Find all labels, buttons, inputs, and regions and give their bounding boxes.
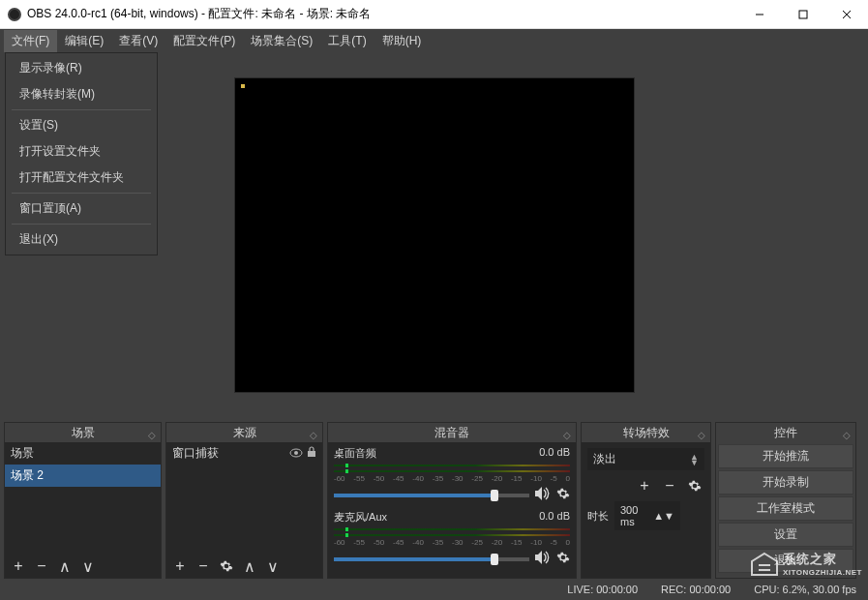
meter-ticks: -60-55-50-45-40-35-30-25-20-15-10-50 [334,474,570,483]
preview-canvas[interactable] [234,77,635,393]
menu-file[interactable]: 文件(F) [4,30,57,52]
maximize-button[interactable] [781,0,824,29]
mixer-channel-mic: 麦克风/Aux 0.0 dB -60-55-50-45-40-35-30-25-… [334,510,570,568]
app-icon [8,8,21,21]
sources-header: 来源 ◇ [166,423,322,442]
transitions-dock: 转场特效 ◇ 淡出 ▲▼ + − 时长 300 ms ▲▼ [581,422,711,579]
controls-header: 控件 ◇ [716,423,855,442]
settings-button[interactable]: 设置 [718,523,853,547]
add-source-button[interactable]: + [170,556,190,576]
menu-always-on-top[interactable]: 窗口置顶(A) [6,195,157,222]
menu-open-profile-folder[interactable]: 打开配置文件文件夹 [6,165,157,191]
mixer-channel-desktop: 桌面音频 0.0 dB -60-55-50-45-40-35-30-25-20-… [334,446,570,504]
scene-item[interactable]: 场景 [5,442,161,465]
menu-tools[interactable]: 工具(T) [320,30,374,52]
transition-settings-button[interactable] [685,476,704,495]
svg-marker-8 [535,551,542,564]
channel-settings-button[interactable] [556,551,570,568]
audio-meter [334,528,570,530]
controls-title: 控件 [774,426,797,439]
preview-cursor-icon [241,84,245,88]
move-source-up-button[interactable]: ∧ [240,556,259,576]
transition-selected: 淡出 [593,451,616,467]
popout-icon[interactable]: ◇ [146,426,158,437]
controls-dock: 控件 ◇ 开始推流 开始录制 工作室模式 设置 退出 [715,422,856,579]
menu-edit[interactable]: 编辑(E) [57,30,111,52]
audio-meter [334,470,570,472]
duration-spinbox[interactable]: 300 ms ▲▼ [614,501,680,530]
start-recording-button[interactable]: 开始录制 [718,470,853,495]
menu-scene-collection[interactable]: 场景集合(S) [243,30,320,52]
move-source-down-button[interactable]: ∨ [263,556,283,576]
popout-icon[interactable]: ◇ [561,426,573,437]
popout-icon[interactable]: ◇ [841,426,853,437]
svg-marker-7 [535,487,542,500]
window-title: OBS 24.0.0-rc1 (64-bit, windows) - 配置文件:… [27,6,737,22]
statusbar: LIVE: 00:00:00 REC: 00:00:00 CPU: 6.2%, … [0,579,868,600]
minimize-button[interactable] [737,0,781,29]
mixer-channel-db: 0.0 dB [539,446,570,461]
lock-icon[interactable] [307,446,316,461]
volume-slider[interactable] [334,494,529,497]
menubar: 文件(F) 编辑(E) 查看(V) 配置文件(P) 场景集合(S) 工具(T) … [0,29,868,52]
svg-rect-1 [799,11,807,18]
remove-source-button[interactable]: − [194,556,213,576]
scenes-dock: 场景 ◇ 场景 场景 2 + − ∧ ∨ [4,422,162,579]
close-button[interactable] [824,0,868,29]
menu-show-recordings[interactable]: 显示录像(R) [6,55,157,81]
source-label: 窗口捕获 [172,445,285,462]
transitions-header: 转场特效 ◇ [582,423,710,442]
source-settings-button[interactable] [217,556,236,576]
mixer-header: 混音器 ◇ [328,423,576,442]
svg-point-5 [294,451,298,455]
chevron-updown-icon: ▲▼ [690,454,699,465]
scenes-title: 场景 [72,426,95,439]
meter-ticks: -60-55-50-45-40-35-30-25-20-15-10-50 [334,538,570,547]
menu-profile[interactable]: 配置文件(P) [165,30,243,52]
svg-rect-6 [308,451,315,457]
volume-slider[interactable] [334,557,529,561]
scene-item[interactable]: 场景 2 [5,465,161,487]
menu-help[interactable]: 帮助(H) [374,30,430,52]
exit-button[interactable]: 退出 [718,549,853,573]
popout-icon[interactable]: ◇ [696,426,707,437]
menu-exit[interactable]: 退出(X) [6,226,157,253]
transition-select[interactable]: 淡出 ▲▼ [587,448,704,470]
mixer-dock: 混音器 ◇ 桌面音频 0.0 dB -60-55-50-45-40-35-30-… [327,422,577,579]
move-scene-up-button[interactable]: ∧ [55,556,75,576]
sources-title: 来源 [233,426,256,439]
remove-scene-button[interactable]: − [32,556,51,576]
scene-list[interactable]: 场景 场景 2 [5,442,161,555]
popout-icon[interactable]: ◇ [308,426,319,437]
menu-remux-recordings[interactable]: 录像转封装(M) [6,81,157,107]
mixer-channel-name: 麦克风/Aux [334,510,387,525]
status-live: LIVE: 00:00:00 [567,584,638,595]
menu-separator [12,193,151,194]
scenes-header: 场景 ◇ [5,423,161,442]
status-rec: REC: 00:00:00 [661,584,731,595]
transitions-title: 转场特效 [623,426,670,439]
menu-open-settings-folder[interactable]: 打开设置文件夹 [6,138,157,165]
file-menu-dropdown: 显示录像(R) 录像转封装(M) 设置(S) 打开设置文件夹 打开配置文件文件夹… [5,52,158,255]
channel-settings-button[interactable] [556,487,570,504]
duration-label: 时长 [587,509,609,524]
mixer-channel-name: 桌面音频 [334,446,376,461]
visibility-icon[interactable] [289,447,303,461]
studio-mode-button[interactable]: 工作室模式 [718,496,853,521]
start-streaming-button[interactable]: 开始推流 [718,444,853,468]
add-transition-button[interactable]: + [635,476,654,495]
add-scene-button[interactable]: + [9,556,28,576]
menu-view[interactable]: 查看(V) [111,30,165,52]
chevron-updown-icon: ▲▼ [653,510,674,522]
menu-separator [12,109,151,110]
status-cpu: CPU: 6.2%, 30.00 fps [754,584,856,595]
source-list[interactable]: 窗口捕获 [166,442,322,555]
remove-transition-button[interactable]: − [660,476,679,495]
move-scene-down-button[interactable]: ∨ [78,556,98,576]
source-item[interactable]: 窗口捕获 [166,442,322,465]
speaker-icon[interactable] [535,551,551,568]
sources-dock: 来源 ◇ 窗口捕获 + − ∧ ∨ [165,422,323,579]
menu-settings[interactable]: 设置(S) [6,112,157,138]
speaker-icon[interactable] [535,487,551,504]
audio-meter [334,534,570,536]
